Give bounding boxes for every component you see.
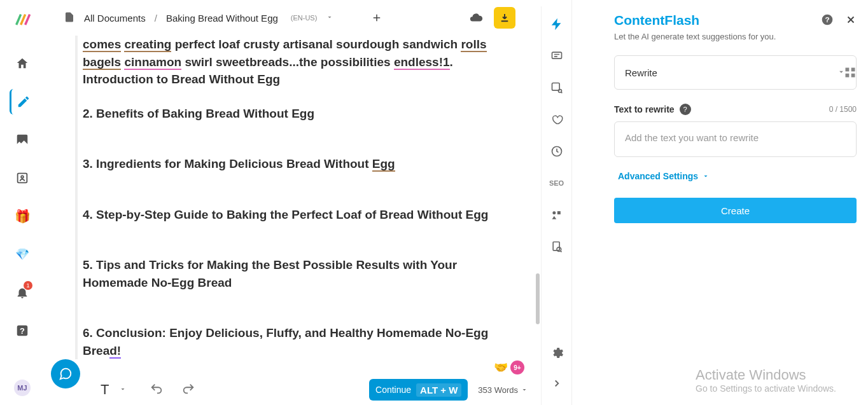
user-avatar[interactable]: MJ bbox=[14, 380, 31, 396]
download-button[interactable] bbox=[494, 7, 515, 29]
breadcrumb-home-icon[interactable] bbox=[64, 11, 75, 25]
info-icon[interactable]: ? bbox=[680, 104, 691, 115]
svg-rect-5 bbox=[552, 83, 559, 91]
settings-icon[interactable] bbox=[548, 344, 566, 362]
app-logo-icon bbox=[13, 11, 31, 29]
undo-button[interactable] bbox=[150, 382, 164, 398]
bottom-toolbar: T Continue ALT + W 353 Words bbox=[45, 374, 541, 405]
doc-heading-4: 4. Step-by-Step Guide to Baking the Perf… bbox=[83, 206, 504, 224]
image-search-icon[interactable] bbox=[548, 79, 566, 97]
svg-point-8 bbox=[552, 211, 556, 214]
heart-icon[interactable] bbox=[548, 111, 566, 128]
doc-paragraph: comes creating perfect loaf crusty artis… bbox=[83, 36, 504, 88]
reaction-badges: 🤝 9+ bbox=[494, 360, 524, 374]
continue-shortcut: ALT + W bbox=[416, 383, 461, 397]
handshake-icon[interactable]: 🤝 bbox=[494, 360, 508, 374]
doc-heading-5: 5. Tips and Tricks for Making the Best P… bbox=[83, 256, 504, 291]
nav-home[interactable] bbox=[10, 51, 35, 76]
svg-text:?: ? bbox=[825, 15, 829, 24]
continue-button[interactable]: Continue ALT + W bbox=[369, 379, 468, 401]
doc-heading-2: 2. Benefits of Baking Bread Without Egg bbox=[83, 105, 504, 123]
doc-heading-3: 3. Ingredients for Making Delicious Brea… bbox=[83, 155, 504, 173]
top-breadcrumb-bar: All Documents / Baking Bread Without Egg… bbox=[45, 0, 541, 36]
breadcrumb-title[interactable]: Baking Bread Without Egg bbox=[166, 13, 278, 24]
continue-label: Continue bbox=[375, 385, 411, 395]
issue-count-badge[interactable]: 9+ bbox=[510, 360, 524, 374]
mode-select[interactable]: Rewrite bbox=[614, 55, 857, 90]
textarea-placeholder: Add the text you want to rewrite bbox=[625, 132, 759, 143]
language-tag: (EN-US) bbox=[291, 14, 318, 22]
redo-button[interactable] bbox=[181, 382, 195, 398]
shapes-icon[interactable] bbox=[548, 206, 566, 224]
svg-rect-16 bbox=[846, 74, 850, 78]
svg-rect-14 bbox=[846, 68, 850, 72]
create-button[interactable]: Create bbox=[614, 198, 857, 223]
panel-subtitle: Let the AI generate text suggestions for… bbox=[614, 32, 857, 41]
scrollbar-thumb[interactable] bbox=[536, 273, 540, 324]
rewrite-textarea[interactable]: Add the text you want to rewrite bbox=[614, 121, 857, 157]
mode-select-value: Rewrite bbox=[625, 67, 657, 78]
contentflash-panel: ContentFlash ? Let the AI generate text … bbox=[571, 0, 868, 405]
panel-title: ContentFlash bbox=[614, 13, 699, 28]
seo-button[interactable]: SEO bbox=[548, 174, 566, 192]
advanced-settings-toggle[interactable]: Advanced Settings bbox=[618, 171, 857, 181]
format-dropdown-icon[interactable] bbox=[119, 385, 127, 395]
svg-point-1 bbox=[21, 175, 24, 178]
history-icon[interactable] bbox=[548, 142, 566, 160]
breadcrumb-separator: / bbox=[155, 13, 157, 24]
nav-editor[interactable] bbox=[10, 89, 35, 114]
language-dropdown-icon[interactable] bbox=[326, 13, 333, 23]
chat-icon[interactable] bbox=[548, 47, 566, 65]
nav-help[interactable]: ? bbox=[10, 318, 35, 343]
grid-view-icon[interactable] bbox=[844, 66, 857, 81]
doc-heading-6: 6. Conclusion: Enjoy Delicious, Fluffy, … bbox=[83, 324, 504, 359]
breadcrumb-root[interactable]: All Documents bbox=[84, 13, 146, 24]
panel-help-icon[interactable]: ? bbox=[821, 13, 834, 28]
zoom-doc-icon[interactable] bbox=[548, 238, 566, 256]
nav-notifications[interactable]: 1 bbox=[10, 280, 35, 305]
panel-close-icon[interactable] bbox=[845, 14, 857, 27]
document-editor[interactable]: comes creating perfect loaf crusty artis… bbox=[45, 36, 541, 374]
left-navigation-rail: 🎁 💎 1 ? MJ bbox=[0, 0, 45, 405]
svg-rect-15 bbox=[851, 68, 855, 72]
format-text-button[interactable]: T bbox=[101, 381, 109, 398]
right-tool-rail: SEO bbox=[541, 6, 571, 405]
nav-images[interactable] bbox=[10, 127, 35, 153]
expand-panel-icon[interactable] bbox=[548, 374, 566, 392]
cloud-sync-icon[interactable] bbox=[467, 9, 485, 27]
nav-premium[interactable]: 💎 bbox=[10, 242, 35, 267]
notification-badge: 1 bbox=[24, 281, 32, 290]
svg-rect-9 bbox=[557, 211, 560, 214]
field-label: Text to rewrite bbox=[614, 104, 675, 114]
svg-text:?: ? bbox=[20, 326, 25, 336]
svg-rect-17 bbox=[851, 74, 855, 78]
ai-flash-icon[interactable] bbox=[548, 15, 566, 33]
add-button[interactable] bbox=[368, 9, 386, 27]
svg-rect-10 bbox=[553, 242, 559, 251]
svg-rect-4 bbox=[552, 52, 561, 58]
char-counter: 0 / 1500 bbox=[829, 105, 857, 114]
nav-contacts[interactable] bbox=[10, 165, 35, 191]
word-count[interactable]: 353 Words bbox=[478, 385, 528, 395]
nav-gift[interactable]: 🎁 bbox=[10, 203, 35, 229]
